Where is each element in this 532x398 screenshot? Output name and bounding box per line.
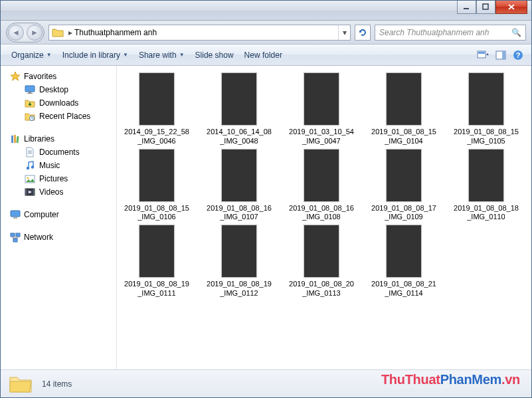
svg-rect-25 <box>16 233 20 237</box>
sidebar-item-documents[interactable]: Documents <box>1 146 116 159</box>
file-name-label: 2019_01_08_08_19_IMG_0112 <box>207 280 272 298</box>
maximize-button[interactable] <box>476 1 495 14</box>
toolbar: Organize▼ Include in library▼ Share with… <box>1 45 531 66</box>
help-button[interactable]: ? <box>510 48 526 62</box>
minimize-button[interactable] <box>457 1 476 14</box>
sidebar-item-computer[interactable]: Computer <box>1 208 116 221</box>
file-thumbnail[interactable]: 2014_09_15_22_58_IMG_0046 <box>122 72 191 146</box>
back-button[interactable]: ◄ <box>8 25 24 41</box>
forward-button[interactable]: ► <box>27 25 43 41</box>
computer-icon <box>10 209 21 220</box>
navigation-pane: Favorites Desktop Downloads Recent Place… <box>1 66 117 369</box>
content-pane[interactable]: 2014_09_15_22_58_IMG_00462014_10_06_14_0… <box>117 66 531 369</box>
downloads-icon <box>25 98 35 108</box>
slideshow-button[interactable]: Slide show <box>190 48 239 62</box>
address-bar[interactable]: ▸ Thuthuatphanmem anh ▾ <box>48 25 351 41</box>
favorites-group: Favorites Desktop Downloads Recent Place… <box>1 70 116 123</box>
file-thumbnail[interactable]: 2014_10_06_14_08_IMG_0048 <box>205 72 274 146</box>
file-thumbnail[interactable]: 2019_01_08_08_20_IMG_0113 <box>287 225 356 298</box>
thumbnail-image <box>221 225 257 278</box>
file-name-label: 2019_01_08_08_18_IMG_0110 <box>454 204 519 223</box>
share-with-menu[interactable]: Share with▼ <box>133 48 190 62</box>
file-name-label: 2019_01_08_08_17_IMG_0109 <box>371 204 436 223</box>
thumbnail-image <box>386 225 422 278</box>
thumbnail-image <box>468 149 504 202</box>
svg-rect-24 <box>11 233 15 237</box>
folder-icon <box>52 27 64 38</box>
file-name-label: 2019_01_08_08_21_IMG_0114 <box>371 280 436 298</box>
file-thumbnail[interactable]: 2019_01_08_08_16_IMG_0107 <box>205 149 274 223</box>
organize-menu[interactable]: Organize▼ <box>6 48 57 62</box>
thumbnail-image <box>221 149 257 202</box>
file-thumbnail[interactable]: 2019_01_08_08_15_IMG_0104 <box>369 72 438 146</box>
status-item-count: 14 items <box>42 379 72 389</box>
search-input[interactable]: Search Thuthuatphanmem anh 🔍 <box>375 25 526 41</box>
music-icon <box>25 160 35 171</box>
file-thumbnail[interactable]: 2019_01_08_08_17_IMG_0109 <box>369 149 438 223</box>
file-thumbnail[interactable]: 2019_01_08_08_15_IMG_0106 <box>122 149 191 223</box>
file-name-label: 2019_01_08_08_15_IMG_0105 <box>454 128 519 146</box>
svg-rect-0 <box>464 8 469 9</box>
file-thumbnail[interactable]: 2019_01_08_08_15_IMG_0105 <box>452 72 521 146</box>
pictures-icon <box>25 173 35 184</box>
file-name-label: 2019_01_08_08_16_IMG_0107 <box>207 204 272 223</box>
nav-arrows: ◄ ► <box>6 23 44 43</box>
thumbnail-image <box>139 149 175 202</box>
view-options-button[interactable] <box>476 48 491 62</box>
favorites-header[interactable]: Favorites <box>1 70 116 83</box>
watermark: ThuThuatPhanMem.vn <box>381 372 520 387</box>
thumbnail-image <box>468 72 504 126</box>
new-folder-button[interactable]: New folder <box>239 48 288 62</box>
svg-point-16 <box>31 165 34 168</box>
file-thumbnail[interactable]: 2019_01_08_08_18_IMG_0110 <box>452 149 521 223</box>
search-placeholder: Search Thuthuatphanmem anh <box>379 28 489 37</box>
breadcrumb-folder[interactable]: Thuthuatphanmem anh <box>74 28 157 37</box>
star-icon <box>10 71 21 82</box>
desktop-icon <box>25 84 35 95</box>
folder-icon <box>9 373 33 395</box>
sidebar-item-music[interactable]: Music <box>1 159 116 172</box>
file-thumbnail[interactable]: 2019_01_08_08_16_IMG_0108 <box>287 149 356 223</box>
search-icon: 🔍 <box>511 28 521 37</box>
svg-rect-21 <box>33 189 35 195</box>
file-name-label: 2019_01_08_08_16_IMG_0108 <box>289 204 354 223</box>
include-in-library-menu[interactable]: Include in library▼ <box>57 48 133 62</box>
file-name-label: 2014_09_15_22_58_IMG_0046 <box>124 128 189 146</box>
file-name-label: 2019_01_08_08_15_IMG_0104 <box>371 128 436 146</box>
documents-icon <box>25 147 35 157</box>
sidebar-item-pictures[interactable]: Pictures <box>1 172 116 185</box>
svg-text:?: ? <box>516 51 521 59</box>
sidebar-item-network[interactable]: Network <box>1 231 116 244</box>
network-icon <box>10 232 21 243</box>
refresh-button[interactable] <box>355 25 371 41</box>
sidebar-item-recent-places[interactable]: Recent Places <box>1 110 116 123</box>
close-button[interactable] <box>495 1 527 14</box>
svg-rect-22 <box>11 211 20 217</box>
svg-rect-3 <box>478 52 485 54</box>
network-group: Network <box>1 231 116 244</box>
explorer-window: ◄ ► ▸ Thuthuatphanmem anh ▾ Search Thuth… <box>0 0 532 398</box>
file-thumbnail[interactable]: 2019_01_08_08_21_IMG_0114 <box>369 225 438 298</box>
sidebar-item-downloads[interactable]: Downloads <box>1 96 116 110</box>
libraries-header[interactable]: Libraries <box>1 132 116 146</box>
computer-group: Computer <box>1 208 116 221</box>
thumbnail-image <box>386 149 422 202</box>
file-thumbnail[interactable]: 2019_01_03_10_54_IMG_0047 <box>287 72 356 146</box>
sidebar-item-desktop[interactable]: Desktop <box>1 83 116 96</box>
thumbnail-image <box>304 72 339 126</box>
address-dropdown[interactable]: ▾ <box>338 25 350 40</box>
file-name-label: 2019_01_08_08_20_IMG_0113 <box>289 280 354 298</box>
file-thumbnail[interactable]: 2019_01_08_08_19_IMG_0111 <box>122 225 191 298</box>
thumbnail-image <box>304 149 339 202</box>
thumbnail-image <box>386 72 422 126</box>
videos-icon <box>25 187 35 197</box>
thumbnail-image <box>139 72 175 126</box>
sidebar-item-videos[interactable]: Videos <box>1 185 116 199</box>
svg-rect-10 <box>27 93 33 94</box>
preview-pane-button[interactable] <box>493 48 509 62</box>
titlebar <box>1 1 531 21</box>
svg-rect-13 <box>14 135 16 143</box>
thumbnail-grid: 2014_09_15_22_58_IMG_00462014_10_06_14_0… <box>122 72 526 298</box>
file-thumbnail[interactable]: 2019_01_08_08_19_IMG_0112 <box>205 225 274 298</box>
svg-rect-8 <box>25 86 35 92</box>
